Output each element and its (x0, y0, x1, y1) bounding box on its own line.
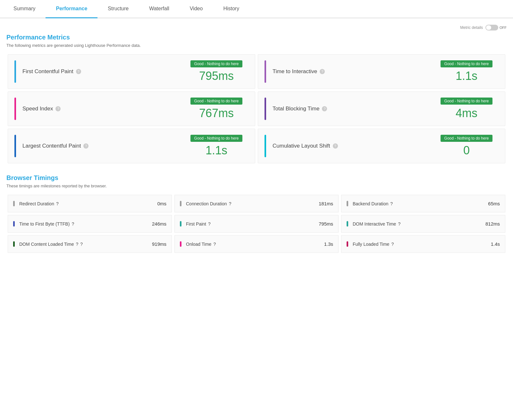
metric-value-box-tbt: Good - Nothing to do here4ms (434, 98, 499, 120)
timing-card-redirect: Redirect Duration?0ms (8, 195, 172, 212)
tab-summary[interactable]: Summary (3, 0, 46, 18)
timing-name-dom-interactive: DOM Interactive Time? (353, 221, 485, 227)
browser-timings-title: Browser Timings (6, 174, 507, 182)
question-icon-dom-interactive[interactable]: ? (398, 221, 400, 227)
metric-value-tbt: 4ms (434, 107, 499, 120)
metric-details-row: Metric details OFF (6, 25, 507, 30)
metric-details-toggle[interactable] (485, 25, 498, 30)
timing-name-redirect: Redirect Duration? (19, 201, 157, 206)
timing-bar-ttfb (13, 221, 15, 227)
metric-name-tti: Time to Interactive? (273, 68, 434, 75)
timing-value-connection: 181ms (319, 201, 333, 206)
tab-video[interactable]: Video (180, 0, 213, 18)
metric-name-cls: Cumulative Layout Shift? (273, 143, 434, 149)
timing-card-dom-interactive: DOM Interactive Time?812ms (341, 215, 505, 233)
tab-history[interactable]: History (213, 0, 249, 18)
question-icon-lcp[interactable]: ? (83, 143, 88, 149)
timing-bar-dom-interactive (347, 221, 348, 227)
tab-performance[interactable]: Performance (46, 0, 97, 18)
metric-card-cls: Cumulative Layout Shift?Good - Nothing t… (258, 129, 505, 163)
timing-name-backend: Backend Duration? (353, 201, 488, 206)
tab-structure[interactable]: Structure (97, 0, 139, 18)
metric-value-tti: 1.1s (434, 69, 499, 83)
good-badge-si: Good - Nothing to do here (190, 98, 243, 105)
timing-card-onload: Onload Time?1.3s (174, 235, 339, 253)
timing-value-redirect: 0ms (157, 201, 166, 206)
timings-grid: Redirect Duration?0msConnection Duration… (6, 193, 507, 254)
timing-value-dcl: 919ms (152, 241, 166, 247)
timing-card-fp: First Paint?795ms (174, 215, 339, 233)
tab-waterfall[interactable]: Waterfall (139, 0, 180, 18)
performance-metrics-title: Performance Metrics (6, 34, 507, 41)
metric-card-tbt: Total Blocking Time?Good - Nothing to do… (258, 91, 505, 126)
metric-bar-cls (265, 135, 266, 157)
timing-value-ttfb: 246ms (152, 221, 166, 227)
question-icon-cls[interactable]: ? (333, 143, 338, 149)
metric-name-si: Speed Index? (22, 106, 184, 112)
metric-value-cls: 0 (434, 144, 499, 157)
metric-card-si: Speed Index?Good - Nothing to do here767… (8, 91, 255, 126)
metric-value-box-lcp: Good - Nothing to do here1.1s (184, 135, 248, 157)
metric-card-lcp: Largest Contentful Paint?Good - Nothing … (8, 129, 255, 163)
metric-bar-tti (265, 60, 266, 83)
metric-name-lcp: Largest Contentful Paint? (22, 143, 184, 149)
metric-details-label: Metric details (460, 25, 483, 30)
timing-value-dom-interactive: 812ms (485, 221, 500, 227)
metric-value-si: 767ms (184, 107, 248, 120)
timing-card-dcl: DOM Content Loaded Time??919ms (8, 235, 172, 253)
browser-timings-section: Browser Timings These timings are milest… (6, 174, 507, 254)
question-icon-fully-loaded[interactable]: ? (391, 242, 394, 247)
good-badge-tti: Good - Nothing to do here (441, 60, 493, 67)
metric-value-box-cls: Good - Nothing to do here0 (434, 135, 499, 157)
question-icon-si[interactable]: ? (55, 106, 61, 111)
timing-value-backend: 65ms (488, 201, 500, 206)
question-icon-tbt[interactable]: ? (322, 106, 327, 111)
timing-card-connection: Connection Duration?181ms (174, 195, 339, 212)
metric-value-fcp: 795ms (184, 69, 248, 83)
good-badge-cls: Good - Nothing to do here (441, 135, 493, 142)
question-icon-fp[interactable]: ? (208, 221, 211, 227)
question-icon-ttfb[interactable]: ? (71, 221, 74, 227)
metric-card-fcp: First Contentful Paint?Good - Nothing to… (8, 54, 255, 89)
timing-bar-redirect (13, 201, 15, 206)
metric-value-box-si: Good - Nothing to do here767ms (184, 98, 248, 120)
metric-value-lcp: 1.1s (184, 144, 248, 157)
performance-metrics-desc: The following metrics are generated usin… (6, 43, 507, 48)
timing-bar-backend (347, 201, 348, 206)
metric-name-fcp: First Contentful Paint? (22, 68, 184, 75)
timing-value-onload: 1.3s (324, 241, 333, 247)
timing-name-fully-loaded: Fully Loaded Time? (353, 242, 491, 247)
timing-card-ttfb: Time to First Byte (TTFB)?246ms (8, 215, 172, 233)
metric-value-box-fcp: Good - Nothing to do here795ms (184, 60, 248, 83)
question-icon-redirect[interactable]: ? (56, 201, 59, 206)
timing-value-fully-loaded: 1.4s (491, 241, 500, 247)
question-icon-connection[interactable]: ? (229, 201, 231, 206)
timing-card-backend: Backend Duration?65ms (341, 195, 505, 212)
timing-bar-fully-loaded (347, 241, 348, 247)
question-icon-dcl[interactable]: ? (76, 242, 78, 247)
metric-bar-si (14, 98, 16, 120)
question-icon-tti[interactable]: ? (320, 69, 325, 74)
metric-value-box-tti: Good - Nothing to do here1.1s (434, 60, 499, 83)
question-icon-backend[interactable]: ? (390, 201, 393, 206)
timing-value-fp: 795ms (319, 221, 333, 227)
timing-bar-onload (180, 241, 181, 247)
main-content: Metric details OFF Performance Metrics T… (0, 18, 513, 261)
good-badge-fcp: Good - Nothing to do here (190, 60, 243, 67)
browser-timings-desc: These timings are milestones reported by… (6, 184, 507, 188)
question-icon-fcp[interactable]: ? (76, 69, 81, 74)
timing-name-ttfb: Time to First Byte (TTFB)? (19, 221, 152, 227)
metric-name-tbt: Total Blocking Time? (273, 106, 434, 112)
question-icon2-dcl[interactable]: ? (80, 242, 83, 247)
good-badge-lcp: Good - Nothing to do here (190, 135, 243, 142)
metric-bar-lcp (14, 135, 16, 157)
timing-card-fully-loaded: Fully Loaded Time?1.4s (341, 235, 505, 253)
question-icon-onload[interactable]: ? (213, 242, 216, 247)
timing-name-dcl: DOM Content Loaded Time?? (19, 242, 152, 247)
toggle-knob (486, 25, 491, 30)
good-badge-tbt: Good - Nothing to do here (441, 98, 493, 105)
metric-card-tti: Time to Interactive?Good - Nothing to do… (258, 54, 505, 89)
performance-metrics-section: Performance Metrics The following metric… (6, 34, 507, 165)
tabs-nav: SummaryPerformanceStructureWaterfallVide… (0, 0, 513, 18)
timing-name-connection: Connection Duration? (186, 201, 319, 206)
